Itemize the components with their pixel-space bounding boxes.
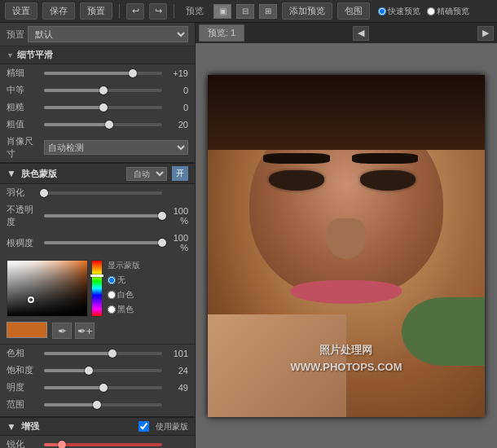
preset-label: 预置: [7, 29, 24, 41]
density-value: 100 %: [165, 233, 188, 253]
feather-thumb[interactable]: [40, 189, 48, 197]
redo-button[interactable]: ↪: [149, 3, 167, 20]
preview-tab-1[interactable]: 预览: 1: [199, 24, 244, 42]
next-nav-button[interactable]: ▶: [477, 26, 494, 41]
undo-button[interactable]: ↩: [126, 3, 144, 20]
preview-image: 照片处理网 WWW.PHOTOPS.COM: [208, 75, 485, 417]
left-panel: 预置 默认 ▼ 细节平滑 精细 +19 中等 0: [0, 23, 196, 448]
density-slider[interactable]: [44, 241, 162, 244]
black-label: 黑色: [117, 304, 134, 315]
image-size-select[interactable]: 自动检测: [44, 140, 188, 155]
brightness-thumb[interactable]: [99, 384, 108, 392]
brightness-row: 明度 49: [0, 379, 195, 396]
fast-preview-option[interactable]: 快速预览: [378, 6, 420, 17]
watermark-line2: WWW.PHOTOPS.COM: [291, 359, 402, 376]
detail-smoothing-header[interactable]: ▼ 细节平滑: [0, 46, 195, 64]
value-fill: [44, 123, 109, 126]
hair-top: [208, 75, 485, 150]
range-fill: [44, 403, 97, 406]
hsl-section: 色相 101 饱和度 24 明度: [0, 345, 195, 416]
hue-label: 色相: [7, 347, 41, 359]
single-view-button[interactable]: ▣: [213, 4, 231, 19]
opacity-thumb[interactable]: [158, 212, 166, 220]
show-mask-label: 显示蒙版: [108, 260, 188, 271]
include-button[interactable]: 包围: [337, 2, 370, 20]
skin-tone-header: ▼ 肤色蒙版 自动 开: [0, 162, 195, 184]
eyedropper-button[interactable]: ✒: [52, 323, 72, 339]
color-picker-thumb[interactable]: [28, 296, 34, 303]
mask-section: ▼ 增强 使用蒙版 锐化 亮化 40: [0, 416, 195, 448]
range-row: 范围: [0, 396, 195, 413]
settings-button[interactable]: 设置: [5, 2, 37, 20]
coarse-label: 粗糙: [7, 101, 41, 113]
skin-auto-select[interactable]: 自动: [126, 167, 167, 181]
coarse-thumb[interactable]: [99, 103, 108, 112]
use-mask-label: 使用蒙版: [156, 421, 188, 433]
medium-label: 中等: [7, 84, 41, 96]
hue-slider[interactable]: [44, 352, 162, 355]
brightness-fill: [44, 386, 103, 389]
density-thumb[interactable]: [158, 239, 166, 247]
saturation-slider[interactable]: [44, 369, 162, 372]
coarse-slider[interactable]: [44, 106, 162, 109]
feather-label: 羽化: [7, 187, 41, 199]
lips: [291, 280, 402, 304]
medium-value: 0: [165, 86, 188, 95]
feather-slider[interactable]: [44, 191, 162, 195]
hue-bar[interactable]: [91, 260, 103, 317]
accurate-preview-option[interactable]: 精确预览: [427, 6, 469, 17]
preset-select[interactable]: 默认: [28, 26, 188, 42]
range-slider[interactable]: [44, 403, 162, 406]
none-radio[interactable]: 无: [108, 275, 188, 286]
preset-button[interactable]: 预置: [80, 2, 112, 20]
white-label: 白色: [117, 289, 134, 301]
range-thumb[interactable]: [93, 401, 101, 409]
fine-thumb[interactable]: [129, 69, 137, 77]
brightness-value: 49: [165, 383, 188, 393]
color-gradient[interactable]: [7, 260, 88, 317]
hue-thumb: [90, 275, 103, 277]
sharpen-thumb[interactable]: [58, 441, 66, 449]
medium-slider[interactable]: [44, 89, 162, 92]
hue-thumb-ctrl[interactable]: [108, 349, 117, 358]
density-row: 根稠度 100 %: [0, 231, 195, 255]
value-display: 20: [165, 120, 188, 130]
black-radio[interactable]: 黑色: [108, 304, 188, 315]
sharpen-row: 锐化: [0, 436, 195, 448]
image-size-label: 肖像尺寸: [7, 135, 41, 160]
value-slider[interactable]: [44, 123, 162, 126]
fine-fill: [44, 72, 133, 75]
save-button[interactable]: 保存: [42, 2, 75, 20]
hue-fill: [44, 352, 112, 355]
toolbar-separator: [119, 4, 120, 19]
split-view-button[interactable]: ⊟: [236, 4, 254, 19]
white-radio[interactable]: 白色: [108, 289, 188, 301]
eyedropper-plus-button[interactable]: ✒+: [75, 323, 95, 339]
saturation-value: 24: [165, 366, 188, 376]
saturation-thumb[interactable]: [85, 367, 93, 375]
prev-nav-button[interactable]: ◀: [353, 26, 369, 41]
skin-toggle-button[interactable]: 开: [172, 166, 188, 181]
hue-row: 色相 101: [0, 345, 195, 362]
skin-tone-arrow: ▼: [7, 168, 16, 179]
opacity-fill: [44, 214, 162, 217]
watermark-line1: 照片处理网: [291, 342, 402, 359]
density-fill: [44, 241, 162, 244]
mask-arrow: ▼: [7, 421, 16, 433]
add-preview-button[interactable]: 添加预览: [282, 2, 332, 20]
fine-slider[interactable]: [44, 72, 162, 75]
opacity-slider[interactable]: [44, 214, 162, 217]
sharpen-slider[interactable]: [44, 443, 162, 446]
use-mask-checkbox[interactable]: [139, 421, 149, 432]
fine-row: 精细 +19: [0, 64, 195, 81]
opacity-value: 100 %: [165, 206, 188, 226]
brightness-slider[interactable]: [44, 386, 162, 389]
preset-row: 预置 默认: [0, 23, 195, 46]
coarse-fill: [44, 106, 103, 109]
image-size-row: 肖像尺寸 自动检测: [0, 133, 195, 162]
value-thumb[interactable]: [105, 121, 113, 129]
right-panel: 预览: 1 ◀ ▶: [196, 23, 497, 448]
multi-view-button[interactable]: ⊞: [259, 4, 277, 19]
medium-thumb[interactable]: [99, 86, 108, 94]
color-swatch[interactable]: [7, 322, 47, 338]
